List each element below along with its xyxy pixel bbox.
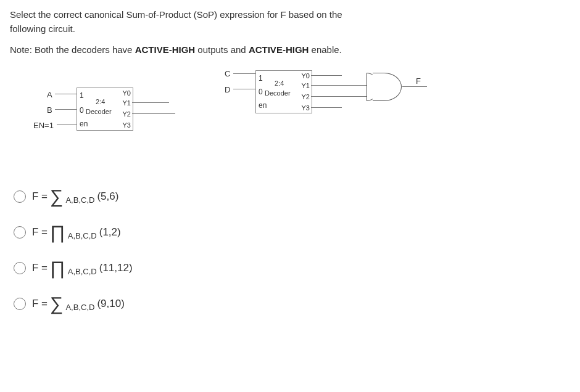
decA-y0: Y0 (120, 89, 131, 97)
decB-y0: Y0 (299, 72, 310, 80)
opt4-pre: F = (32, 296, 48, 312)
decB-title: 2:4 (275, 80, 284, 87)
option-4[interactable]: F = ∑ A,B,C,D (9,10) (14, 295, 570, 313)
note-pre: Note: Both the decoders have (10, 44, 135, 55)
decoder-A: 1 0 en 2:4 Decoder Y0 Y1 Y2 Y3 (77, 88, 133, 131)
decA-in1: 1 (80, 92, 84, 100)
signal-EN: EN=1 (33, 120, 54, 132)
opt1-sub: A,B,C,D (65, 194, 94, 206)
decA-y1: Y1 (120, 99, 131, 107)
decB-en: en (259, 102, 267, 110)
opt2-sub: A,B,C,D (68, 230, 97, 242)
signal-D: D (225, 84, 230, 96)
opt1-args: (5,6) (97, 189, 118, 205)
note-post: enable. (309, 44, 341, 55)
signal-F: F (416, 75, 421, 88)
opt2-args: (1,2) (99, 224, 121, 240)
sigma-icon: ∑ (50, 187, 63, 206)
signal-C: C (225, 68, 230, 80)
pi-icon: ∏ (50, 259, 65, 277)
question-line1: Select the correct canonical Sum-of-Prod… (10, 9, 342, 20)
decA-y2: Y2 (120, 110, 131, 118)
opt2-pre: F = (32, 224, 48, 240)
note-mid: outputs and (195, 44, 249, 55)
decoder-B: 1 0 en 2:4 Decoder Y0 Y1 Y2 Y3 (255, 70, 312, 113)
decB-in0: 0 (259, 88, 263, 96)
sigma-icon: ∑ (50, 295, 63, 313)
decB-sub: Decoder (265, 89, 291, 97)
decA-y3: Y3 (120, 121, 131, 129)
signal-B: B (47, 104, 52, 116)
options-group: F = ∑ A,B,C,D (5,6) F = ∏ A,B,C,D (1,2) … (14, 187, 570, 313)
opt4-sub: A,B,C,D (65, 301, 94, 314)
opt3-sub: A,B,C,D (68, 266, 97, 278)
opt3-args: (11,12) (99, 260, 133, 276)
opt3-pre: F = (32, 260, 48, 276)
question-note: Note: Both the decoders have ACTIVE-HIGH… (10, 43, 570, 57)
signal-A: A (47, 89, 52, 101)
radio-icon[interactable] (14, 226, 26, 239)
option-3[interactable]: F = ∏ A,B,C,D (11,12) (14, 259, 570, 277)
decB-y1: Y1 (299, 82, 310, 89)
decB-y3: Y3 (299, 104, 310, 112)
option-1[interactable]: F = ∑ A,B,C,D (5,6) (14, 187, 570, 206)
radio-icon[interactable] (14, 190, 26, 203)
option-2[interactable]: F = ∏ A,B,C,D (1,2) (14, 223, 570, 242)
note-bold1: ACTIVE-HIGH (135, 44, 196, 55)
decB-in1: 1 (259, 75, 263, 83)
circuit-diagram: A B EN=1 1 0 en 2:4 Decoder Y0 Y1 Y2 Y3 … (21, 70, 570, 175)
decA-title: 2:4 (96, 98, 105, 105)
radio-icon[interactable] (14, 262, 26, 274)
pi-icon: ∏ (50, 223, 65, 242)
question-line2: following circuit. (10, 23, 75, 34)
decA-in0: 0 (80, 107, 84, 115)
opt1-pre: F = (32, 189, 48, 205)
note-bold2: ACTIVE-HIGH (249, 44, 309, 55)
decB-y2: Y2 (299, 93, 310, 100)
decA-sub: Decoder (86, 108, 112, 115)
radio-icon[interactable] (14, 298, 26, 310)
decA-en: en (80, 120, 88, 128)
opt4-args: (9,10) (97, 296, 124, 312)
